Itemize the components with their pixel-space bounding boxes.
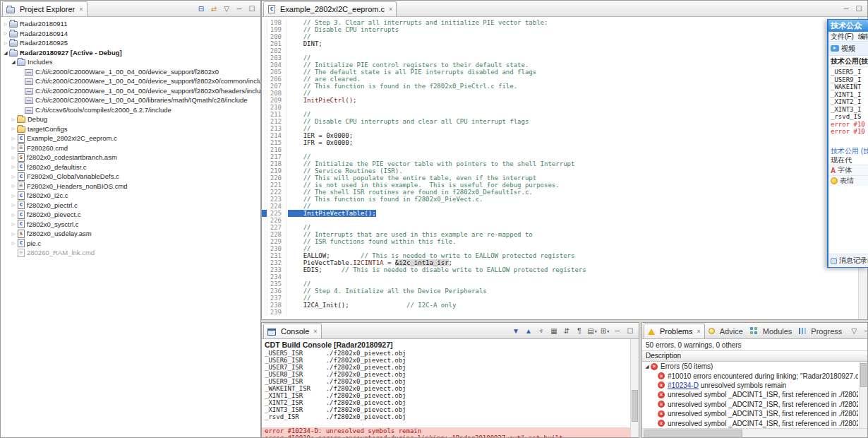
expand-arrow-icon[interactable]: ▷ [10,136,17,141]
expand-arrow-icon[interactable]: ▷ [10,241,17,245]
problems-row[interactable]: ×unresolved symbol _ADCINT1_ISR, first r… [642,390,867,399]
tree-item[interactable]: ▷f2802x0_i2c.c [1,191,260,201]
expand-arrow-icon[interactable]: ▷ [10,146,17,150]
tree-item[interactable]: ▷f2802x0_piectrl.c [1,201,260,211]
tree-item[interactable]: ▷Debug [1,114,260,124]
tab-modules[interactable]: Modules [747,324,796,338]
pin-console-icon[interactable]: + [536,326,547,337]
expand-arrow-icon[interactable]: ▷ [10,126,17,131]
tab-project-explorer[interactable]: Project Explorer × [2,1,88,16]
problems-row[interactable]: ×unresolved symbol _ADCINT4_ISR, first r… [642,418,867,427]
expand-arrow-icon[interactable]: ▷ [10,184,17,188]
console-output[interactable]: CDT Build Console [Radar20180927] _USER5… [262,339,639,437]
open-console-icon[interactable]: ⊞▾ [599,326,610,337]
expand-arrow-icon[interactable]: ▷ [10,232,17,236]
close-icon[interactable]: × [313,328,317,335]
tab-advice[interactable]: Advice [705,324,747,338]
tree-item[interactable]: ▷Radar20180914 [1,29,260,39]
tree-item[interactable]: ▷f2802x0_usdelay.asm [1,229,260,239]
expand-arrow-icon[interactable]: ▷ [2,41,9,45]
minimize-icon[interactable]: ─ [612,326,623,337]
problems-vscrollbar-thumb[interactable] [860,363,867,387]
video-call-icon[interactable] [831,45,839,52]
problem-link[interactable]: #10234-D [668,381,699,389]
word-wrap-icon[interactable]: ¶ [574,326,585,337]
close-icon[interactable]: × [79,6,83,13]
minimize-icon[interactable]: ─ [234,4,245,15]
tree-item[interactable]: ▷f2802x0_pievect.c [1,210,260,220]
maximize-icon[interactable]: ☐ [853,4,864,15]
close-icon[interactable]: × [389,6,392,13]
clear-console-icon[interactable]: ▦ [548,326,560,337]
tree-item[interactable]: ▷Radar20180911 [1,19,260,29]
close-icon[interactable]: × [697,328,700,335]
tree-item[interactable]: ▷F280260.cmd [1,143,260,153]
collapse-arrow-icon[interactable]: ◢ [10,59,17,64]
tree-item[interactable]: C:/ti/c2000/C2000Ware_1_00_04_00/device_… [1,86,260,96]
project-explorer-tree[interactable]: ▷Radar20180911▷Radar20180914▷Radar201809… [1,17,260,437]
description-column-header[interactable]: Description [642,350,867,362]
expand-arrow-icon[interactable]: ▷ [2,31,9,35]
expand-arrow-icon[interactable]: ▷ [10,203,17,207]
problems-hscrollbar-thumb[interactable] [644,430,742,437]
expand-arrow-icon[interactable]: ▷ [10,165,17,169]
problems-vscrollbar[interactable] [859,362,867,428]
scroll-to-top-icon[interactable]: ▲ [523,326,534,337]
view-menu-icon[interactable]: ▽ [848,326,860,337]
scroll-to-bottom-icon[interactable]: ▼ [510,326,522,337]
tree-item[interactable]: ▷f2802x0_sysctrl.c [1,220,260,230]
tree-item[interactable]: ▷F2802x0_Headers_nonBIOS.cmd [1,182,260,191]
collapse-all-icon[interactable]: ⊟ [195,4,207,15]
tree-item[interactable]: ▷F2802x0_GlobalVariableDefs.c [1,172,260,182]
qq-title-bar[interactable]: 技术公众 [828,20,868,32]
maximize-icon[interactable]: ☐ [246,4,258,15]
tree-item[interactable]: C:/ti/c2000/C2000Ware_1_00_04_00/device_… [1,76,260,86]
expand-arrow-icon[interactable]: ▷ [10,174,17,179]
tree-item[interactable]: C:/ti/c2000/C2000Ware_1_00_04_00/device_… [1,67,260,77]
tree-item[interactable]: ◢Radar20180927 [Active - Debug] [1,48,260,58]
expand-arrow-icon[interactable]: ▷ [10,155,17,160]
problems-hscrollbar[interactable] [642,428,867,437]
qq-video-label[interactable]: 视频 [841,44,855,54]
collapse-arrow-icon[interactable]: ◢ [2,50,9,55]
console-scrollbar-thumb[interactable] [632,390,638,422]
expand-arrow-icon[interactable]: ▷ [10,213,17,217]
minimize-icon[interactable]: ─ [840,4,852,15]
maximize-icon[interactable]: ☐ [625,326,636,337]
qq-emoji-button[interactable]: 表情 [828,175,868,186]
tree-item[interactable]: ◢Includes [1,57,260,67]
tree-item[interactable]: ▷Radar20180925 [1,38,260,48]
console-scrollbar[interactable] [630,339,639,437]
qq-history-button[interactable]: 消息记录(R) [828,254,868,267]
display-selected-console-icon[interactable]: ▤▾ [586,326,598,337]
tree-item[interactable]: ▷targetConfigs [1,124,260,134]
qq-menu-file[interactable]: 文件(F) [831,32,854,42]
problems-row[interactable]: ×unresolved symbol _ADCINT2_ISR, first r… [642,400,867,409]
link-with-editor-icon[interactable]: ⇄ [208,4,219,15]
code-editor[interactable]: 198 // Step 3. Clear all interrupts and … [262,17,867,319]
tab-progress[interactable]: Progress [795,324,845,338]
tree-item[interactable]: ▷pie.c [1,239,260,249]
problems-row[interactable]: ×#10010 errors encountered during linkin… [642,371,867,380]
tree-item[interactable]: C:/ti/ccsv6/tools/compiler/c2000_6.2.7/i… [1,105,260,115]
tree-item[interactable]: ▷Example_2802xI2C_eeprom.c [1,134,260,143]
qq-chat-history[interactable]: _USER5_I_USER9_I_WAKEINT_XINT1_I_XINT2_I… [828,67,868,146]
tab-console[interactable]: Console × [263,324,322,338]
problems-group-row[interactable]: ◢×Errors (50 items) [642,362,867,371]
expand-arrow-icon[interactable]: ▷ [2,22,9,26]
qq-menu-edit[interactable]: 编辑 [858,32,868,42]
minimize-icon[interactable]: ─ [861,326,868,337]
problems-row[interactable]: ×#10234-D unresolved symbols remain [642,381,867,390]
qq-font-button[interactable]: A 字体 [828,165,868,175]
scroll-lock-icon[interactable]: ⇵ [561,326,572,337]
tree-item[interactable]: ▷f2802x0_codestartbranch.asm [1,153,260,162]
expand-arrow-icon[interactable]: ▷ [10,222,17,226]
tree-item[interactable]: ▷f2802x0_defaultisr.c [1,162,260,172]
tab-problems[interactable]: Problems × [644,324,705,338]
expand-arrow-icon[interactable]: ▷ [10,194,17,198]
tree-item[interactable]: C:/ti/c2000/C2000Ware_1_00_04_00/librari… [1,95,260,105]
problems-row[interactable]: ×unresolved symbol _ADCINT3_ISR, first r… [642,409,867,418]
view-menu-icon[interactable]: ▽ [221,4,232,15]
tree-item[interactable]: 280260_RAM_lnk.cmd [1,248,260,258]
expand-arrow-icon[interactable]: ▷ [10,117,17,122]
